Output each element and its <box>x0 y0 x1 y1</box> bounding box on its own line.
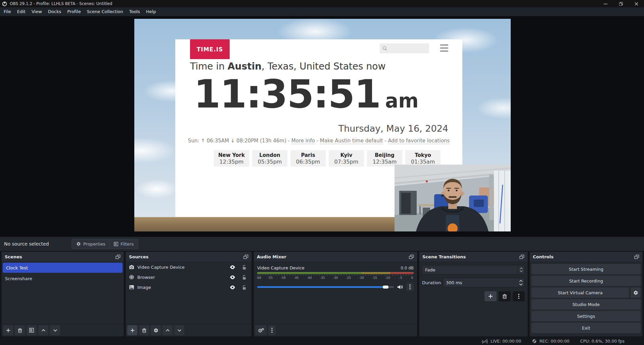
add-scene-button[interactable] <box>3 325 13 335</box>
mixer-menu-button[interactable] <box>268 325 276 335</box>
duration-spin-arrows[interactable] <box>517 280 524 286</box>
speaker-icon[interactable] <box>397 284 403 290</box>
duration-label: Duration <box>422 280 440 285</box>
visibility-toggle[interactable] <box>228 285 237 290</box>
timeis-logo: TIME.IS <box>190 39 230 59</box>
popout-icon[interactable] <box>243 255 248 259</box>
scenes-header: Scenes <box>2 252 124 262</box>
source-row-video-capture[interactable]: Video Capture Device <box>126 262 251 272</box>
status-bar: LIVE: 00:00:00 REC: 00:00:00 CPU: 0.6%, … <box>0 337 644 345</box>
advanced-audio-button[interactable] <box>255 325 267 335</box>
lock-toggle[interactable] <box>240 265 248 270</box>
volume-meter <box>257 272 414 274</box>
city-card: Tokyo 01:35am <box>405 150 441 167</box>
remove-source-button[interactable] <box>139 325 149 335</box>
image-icon <box>129 285 134 290</box>
city-card: New York 12:35pm <box>214 150 249 167</box>
visibility-toggle[interactable] <box>228 265 237 269</box>
popout-icon[interactable] <box>409 255 414 259</box>
preview-area: TIME.IS Time in Austin, Texas, United St… <box>0 16 644 237</box>
menu-edit[interactable]: Edit <box>14 7 29 16</box>
selected-source-toolbar: No source selected Properties Filters <box>0 237 644 251</box>
window-title: OBS 29.1.2 - Profile: LLHLS BETA - Scene… <box>10 1 112 6</box>
chevron-up-icon <box>165 328 170 333</box>
channel-level-db: 0.0 dB <box>401 266 414 270</box>
transitions-header: Scene Transitions <box>419 252 527 262</box>
source-move-down-button[interactable] <box>174 325 184 335</box>
mixer-channel: Video Capture Device 0.0 dB -60 -55 -50 … <box>254 262 417 291</box>
lock-toggle[interactable] <box>240 285 248 290</box>
lock-icon <box>242 265 246 270</box>
stream-inactive-icon <box>481 339 488 344</box>
menu-view[interactable]: View <box>29 7 45 16</box>
popout-icon[interactable] <box>634 255 639 259</box>
scene-move-up-button[interactable] <box>38 325 48 335</box>
menu-profile[interactable]: Profile <box>64 7 84 16</box>
menu-help[interactable]: Help <box>143 7 159 16</box>
source-move-up-button[interactable] <box>163 325 173 335</box>
scenes-panel: Scenes Clock Test Screenshare <box>1 252 124 337</box>
properties-button[interactable]: Properties <box>72 239 110 249</box>
timeis-search-box <box>380 43 429 53</box>
controls-panel: Controls Start Streaming Start Recording… <box>530 252 643 337</box>
remove-transition-button[interactable] <box>499 291 511 301</box>
settings-button[interactable]: Settings <box>531 311 641 321</box>
volume-slider[interactable] <box>257 285 394 289</box>
sources-panel: Sources Video Capture Device <box>126 252 252 337</box>
lock-toggle[interactable] <box>240 275 248 280</box>
add-transition-button[interactable] <box>485 291 497 301</box>
menu-scene-collection[interactable]: Scene Collection <box>84 7 126 16</box>
record-inactive-icon <box>532 339 537 344</box>
timeis-sun-line: Sun: ↑ 06:35AM ↓ 08:20PM (13h 46m) - Mor… <box>175 138 462 144</box>
start-streaming-button[interactable]: Start Streaming <box>531 264 641 274</box>
mixer-toolbar <box>254 324 417 336</box>
kebab-icon <box>409 284 411 290</box>
menu-docks[interactable]: Docks <box>45 7 64 16</box>
start-recording-button[interactable]: Start Recording <box>531 275 641 286</box>
chevron-down-icon <box>519 283 523 286</box>
close-button[interactable] <box>629 0 644 7</box>
start-virtual-camera-button[interactable]: Start Virtual Camera <box>531 287 629 298</box>
scene-item-clock-test[interactable]: Clock Test <box>3 263 123 273</box>
scene-filters-button[interactable] <box>27 325 37 335</box>
menu-tools[interactable]: Tools <box>126 7 143 16</box>
scene-move-down-button[interactable] <box>50 325 60 335</box>
filters-button[interactable]: Filters <box>109 239 138 249</box>
rec-status: REC: 00:00:00 <box>532 339 569 344</box>
eye-icon <box>230 265 235 269</box>
restore-button[interactable] <box>613 0 629 7</box>
popout-icon[interactable] <box>519 255 524 259</box>
add-source-button[interactable] <box>127 325 137 335</box>
visibility-toggle[interactable] <box>228 275 237 279</box>
source-row-image[interactable]: Image <box>126 282 251 292</box>
chevron-up-icon <box>520 267 523 269</box>
program-canvas[interactable]: TIME.IS Time in Austin, Texas, United St… <box>134 19 511 231</box>
globe-icon <box>129 274 134 280</box>
chevron-down-icon <box>177 328 182 333</box>
channel-menu-button[interactable] <box>406 283 414 291</box>
dock-area: Scenes Clock Test Screenshare <box>0 251 644 337</box>
chevron-up-icon <box>519 280 523 282</box>
trash-icon <box>142 328 147 333</box>
exit-button[interactable]: Exit <box>531 322 641 333</box>
popout-icon[interactable] <box>116 255 121 259</box>
source-row-browser[interactable]: Browser <box>126 272 251 282</box>
transition-select-arrows[interactable] <box>517 265 524 274</box>
gear-icon <box>76 242 81 246</box>
duration-spinbox[interactable]: 300 ms <box>443 278 525 287</box>
transition-menu-button[interactable] <box>513 291 525 301</box>
source-properties-button[interactable] <box>151 325 161 335</box>
transition-select[interactable]: Fade <box>422 265 525 274</box>
volume-slider-handle[interactable] <box>383 286 388 289</box>
scene-transitions-panel: Scene Transitions Fade Duration 300 ms <box>419 252 528 337</box>
timeis-date: Thursday, May 16, 2024 <box>338 123 448 134</box>
scene-item-screenshare[interactable]: Screenshare <box>2 273 124 284</box>
plus-icon <box>130 328 135 333</box>
lock-icon <box>242 275 246 280</box>
menu-file[interactable]: File <box>1 7 14 16</box>
studio-mode-button[interactable]: Studio Mode <box>531 299 641 310</box>
virtual-camera-config-button[interactable] <box>630 287 641 298</box>
lock-icon <box>242 285 246 290</box>
minimize-button[interactable] <box>598 0 613 7</box>
remove-scene-button[interactable] <box>15 325 25 335</box>
